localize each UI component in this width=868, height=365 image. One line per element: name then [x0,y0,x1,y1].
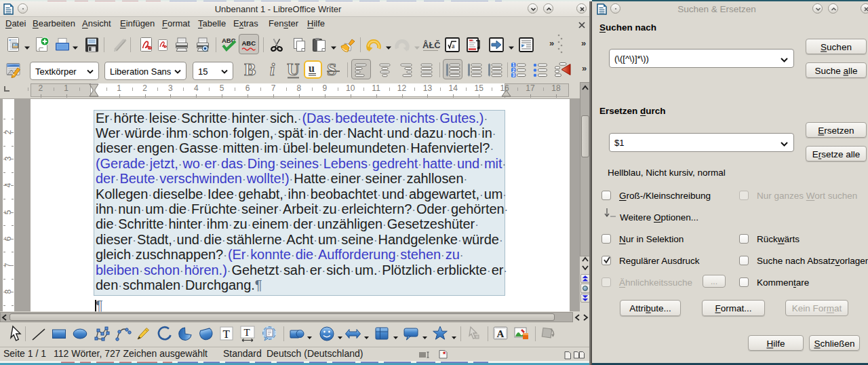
svg-text:*: * [443,350,446,358]
svg-text:2: 2 [513,68,515,73]
svg-text:»: » [581,39,586,48]
svg-text:ABC: ABC [242,39,256,47]
svg-text:A: A [497,328,505,339]
svg-text:3: 3 [513,73,515,77]
svg-text:»: » [582,64,587,73]
svg-text:i: i [270,60,275,79]
svg-text:ÅŁČ: ÅŁČ [422,40,440,50]
svg-text:u: u [309,62,315,74]
svg-text:1: 1 [513,62,515,67]
svg-text:B: B [244,60,256,79]
svg-text:a: a [452,42,455,50]
svg-text:S: S [327,60,336,79]
svg-text:U: U [287,60,300,79]
svg-text:»: » [549,39,554,48]
svg-text:T: T [223,328,231,341]
svg-text:T: T [244,327,250,338]
